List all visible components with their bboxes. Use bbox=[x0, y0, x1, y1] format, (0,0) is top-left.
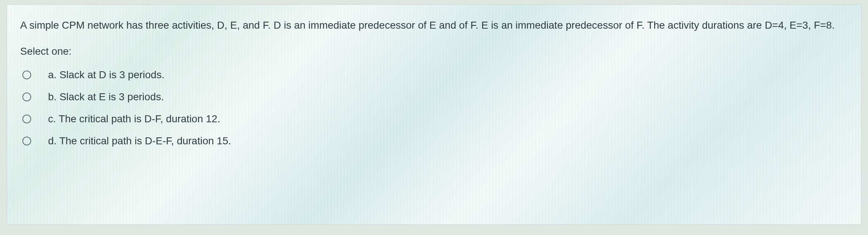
options-group: a. Slack at D is 3 periods. b. Slack at … bbox=[20, 64, 848, 152]
option-label: b. Slack at E is 3 periods. bbox=[48, 91, 164, 103]
option-label: c. The critical path is D-F, duration 12… bbox=[48, 113, 220, 125]
select-one-label: Select one: bbox=[20, 46, 848, 57]
option-c[interactable]: c. The critical path is D-F, duration 12… bbox=[20, 108, 848, 130]
option-a[interactable]: a. Slack at D is 3 periods. bbox=[20, 64, 848, 86]
radio-icon[interactable] bbox=[22, 93, 31, 101]
option-label: d. The critical path is D-E-F, duration … bbox=[48, 135, 231, 147]
option-label: a. Slack at D is 3 periods. bbox=[48, 69, 164, 81]
radio-icon[interactable] bbox=[22, 137, 31, 145]
question-card: A simple CPM network has three activitie… bbox=[7, 4, 861, 225]
radio-icon[interactable] bbox=[22, 115, 31, 123]
option-b[interactable]: b. Slack at E is 3 periods. bbox=[20, 86, 848, 108]
option-d[interactable]: d. The critical path is D-E-F, duration … bbox=[20, 130, 848, 152]
radio-icon[interactable] bbox=[22, 70, 31, 79]
question-stem: A simple CPM network has three activitie… bbox=[20, 17, 848, 33]
